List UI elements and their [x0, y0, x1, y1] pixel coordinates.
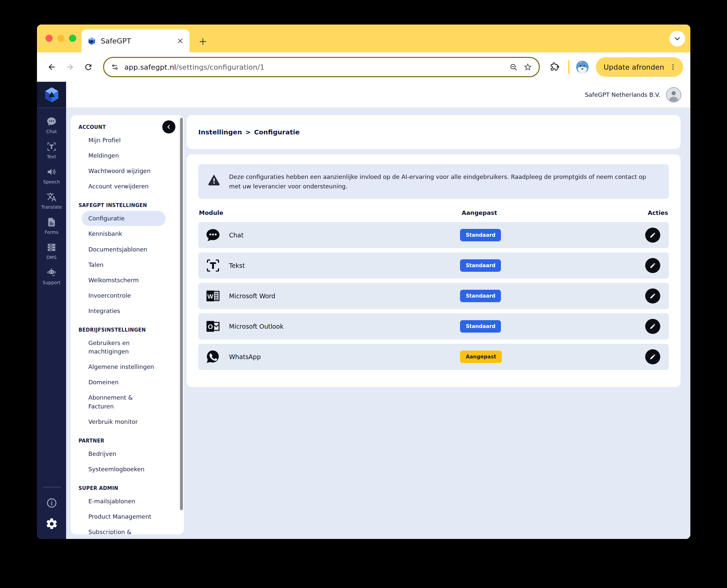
sidebar-item-wachtwoord-wijzigen[interactable]: Wachtwoord wijzigen [82, 164, 165, 178]
sidebar-item-emailsjablonen[interactable]: E-mailsjablonen [82, 494, 165, 509]
status-badge: Standaard [460, 259, 501, 272]
info-button[interactable] [46, 497, 58, 509]
sidebar-item-kennisbank[interactable]: Kennisbank [82, 226, 165, 241]
close-tab-icon[interactable] [177, 38, 184, 44]
bookmark-star-icon[interactable] [523, 62, 532, 71]
table-row-whatsapp: WhatsApp Aangepast [198, 344, 669, 370]
sidebar-item-product-management[interactable]: Product Management [82, 509, 165, 524]
rail-item-dms[interactable]: DMS [46, 242, 57, 260]
warning-icon [207, 173, 221, 186]
rail-item-support[interactable]: Support [42, 268, 61, 285]
rail-item-chat[interactable]: Chat [46, 117, 57, 134]
word-module-icon: W [205, 289, 221, 303]
extensions-puzzle-icon[interactable] [547, 60, 562, 75]
rail-label: Text [47, 154, 56, 159]
document-icon [46, 217, 57, 227]
rail-label: Translate [41, 204, 62, 210]
edit-button[interactable] [645, 289, 660, 303]
tab-search-button[interactable] [669, 31, 685, 46]
rail-item-translate[interactable]: Translate [41, 192, 62, 210]
sidebar-item-mijn-profiel[interactable]: Mijn Profiel [82, 133, 165, 148]
sidebar-item-invoercontrole[interactable]: Invoercontrole [82, 288, 165, 303]
rail-label: Support [42, 280, 61, 285]
pencil-icon [649, 262, 656, 269]
module-name: Microsoft Word [229, 292, 275, 299]
rail-item-forms[interactable]: Forms [44, 217, 58, 235]
content-area: ACCOUNT Mijn Profiel Meldingen Wachtwoor… [66, 108, 690, 539]
chat-module-icon [205, 228, 221, 243]
sidebar-item-configuratie[interactable]: Configuratie [82, 211, 165, 226]
rail-item-text[interactable]: Text [46, 142, 57, 159]
breadcrumb: Instellingen > Configuratie [198, 128, 300, 136]
pencil-icon [649, 323, 656, 330]
column-header-acties: Acties [625, 209, 668, 216]
edit-button[interactable] [645, 228, 660, 243]
settings-button[interactable] [45, 517, 58, 530]
breadcrumb-section[interactable]: Instellingen [198, 128, 242, 136]
back-icon[interactable] [44, 60, 59, 75]
gear-icon [45, 517, 58, 530]
sidebar-item-subscription-payments[interactable]: Subscription & Payments [82, 525, 165, 534]
warning-text: Deze configuraties hebben een aanzienlij… [229, 172, 660, 191]
sidebar-item-verbruik-monitor[interactable]: Verbruik monitor [82, 414, 165, 429]
pencil-icon [649, 293, 656, 299]
breadcrumb-page: Configuratie [254, 128, 299, 136]
sidebar-item-documentsjablonen[interactable]: Documentsjablonen [82, 242, 165, 257]
sidebar-item-integraties[interactable]: Integraties [82, 303, 165, 318]
configuration-card: Deze configuraties hebben een aanzienlij… [186, 154, 681, 387]
maximize-window-button[interactable] [69, 35, 76, 42]
primary-sidebar: Chat Text Speech Translate Forms [37, 82, 66, 539]
minimize-window-button[interactable] [57, 35, 64, 42]
status-badge: Standaard [460, 290, 501, 302]
pencil-icon [649, 232, 656, 238]
edit-button[interactable] [645, 258, 660, 273]
table-row-chat: Chat Standaard [198, 222, 669, 248]
forward-icon[interactable] [62, 60, 78, 75]
toolbar-separator [568, 60, 570, 74]
support-robot-icon [46, 268, 57, 278]
rail-label: DMS [46, 255, 57, 260]
settings-nav-panel: ACCOUNT Mijn Profiel Meldingen Wachtwoor… [71, 115, 184, 534]
svg-text:O: O [208, 323, 213, 331]
nav-section-super-admin: SUPER ADMIN [79, 485, 177, 491]
edit-button[interactable] [645, 319, 660, 334]
kebab-menu-icon[interactable] [669, 63, 676, 71]
sidebar-item-gebruikers-en-machtigingen[interactable]: Gebruikers en machtigingen [82, 336, 165, 359]
table-row-microsoft-outlook: O Microsoft Outlook Standaard [198, 313, 669, 339]
sidebar-item-account-verwijderen[interactable]: Account verwijderen [82, 179, 165, 194]
column-header-aangepast: Aangepast [462, 209, 625, 216]
update-browser-button[interactable]: Update afronden [596, 57, 683, 77]
sidebar-item-bedrijven[interactable]: Bedrijven [82, 446, 165, 461]
nav-scrollbar[interactable] [180, 118, 183, 510]
user-avatar[interactable] [666, 87, 681, 102]
zoom-out-icon[interactable] [509, 63, 518, 71]
rail-nav: Chat Text Speech Translate Forms [37, 108, 66, 539]
sidebar-item-domeinen[interactable]: Domeinen [82, 375, 165, 390]
site-settings-icon[interactable] [110, 63, 119, 71]
edit-button[interactable] [645, 349, 660, 364]
nav-section-safegpt-instellingen: SAFEGPT INSTELLINGEN [79, 203, 177, 208]
sidebar-item-welkomstscherm[interactable]: Welkomstscherm [82, 273, 165, 288]
sidebar-item-talen[interactable]: Talen [82, 257, 165, 272]
close-window-button[interactable] [45, 35, 53, 42]
sidebar-item-algemene-instellingen[interactable]: Algemene instellingen [82, 359, 165, 375]
translate-icon [46, 192, 57, 202]
browser-profile-avatar[interactable] [575, 60, 589, 74]
collapse-panel-button[interactable] [162, 120, 175, 133]
breadcrumb-card: Instellingen > Configuratie [186, 115, 681, 149]
safegpt-logo[interactable] [37, 82, 66, 108]
sidebar-item-meldingen[interactable]: Meldingen [82, 148, 165, 163]
text-module-icon [205, 258, 221, 273]
new-tab-button[interactable] [198, 37, 208, 46]
url-bar[interactable]: app.safegpt.nl/settings/configuration/1 [103, 57, 540, 77]
reload-icon[interactable] [81, 60, 96, 75]
main-panel: Instellingen > Configuratie Deze configu… [186, 115, 683, 539]
rail-item-speech[interactable]: Speech [43, 167, 60, 185]
sidebar-item-systeemlogboeken[interactable]: Systeemlogboeken [82, 462, 165, 477]
browser-tab[interactable]: SafeGPT [81, 29, 189, 52]
pencil-icon [649, 354, 656, 360]
module-name: Tekst [229, 262, 245, 269]
rail-label: Speech [43, 179, 60, 185]
sidebar-item-abonnement-facturen[interactable]: Abonnement & Facturen [82, 390, 165, 414]
url-text[interactable]: app.safegpt.nl/settings/configuration/1 [124, 63, 504, 71]
